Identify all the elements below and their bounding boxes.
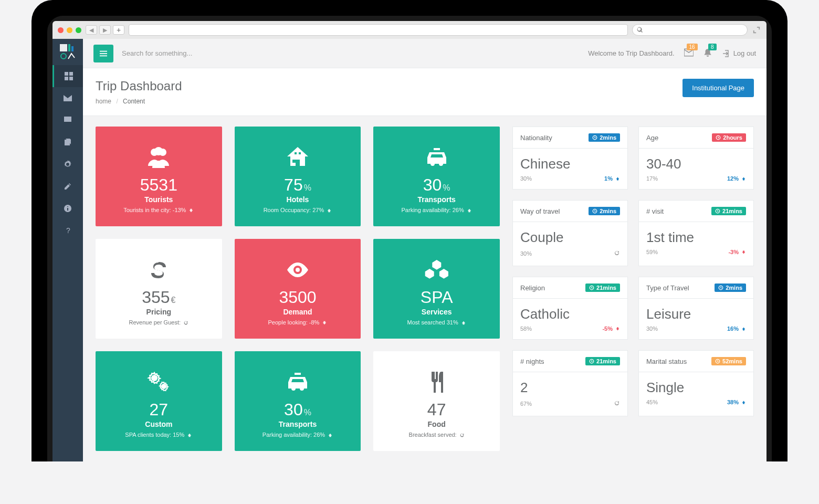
topbar: Welcome to Trip Dashboard. 16 8 Log out <box>83 39 766 68</box>
menu-toggle-button[interactable] <box>93 45 113 62</box>
tile-value: 27 <box>150 401 169 418</box>
info-pct: 17% <box>646 175 658 182</box>
tile-subtitle: People looking: -8% <box>268 319 328 326</box>
sidebar-item-monitor[interactable] <box>52 109 83 131</box>
info-value: 1st time <box>646 229 746 246</box>
tile-value: 3500 <box>279 289 316 306</box>
taxi-icon <box>424 145 449 172</box>
tile-value: 75% <box>284 176 311 193</box>
time-badge: 2mins <box>589 207 620 215</box>
tile-value: 30% <box>284 401 311 418</box>
breadcrumb: home / Content <box>96 98 182 105</box>
info-card-type-of-travel[interactable]: Type of Travel 2mins Leisure 30% 16% <box>638 277 754 340</box>
time-badge: 21mins <box>585 284 620 292</box>
mail-notifications[interactable]: 16 <box>684 48 694 59</box>
tile-value: 30% <box>423 176 450 193</box>
info-card--visit[interactable]: # visit 21mins 1st time 59% -3% <box>638 200 754 266</box>
breadcrumb-home[interactable]: home <box>96 98 111 105</box>
device-bezel: ◀ ▶ + <box>32 0 788 461</box>
back-button[interactable]: ◀ <box>86 25 97 35</box>
info-card--nights[interactable]: # nights 21mins 2 67% <box>512 350 628 416</box>
sidebar-item-help[interactable]: ? <box>52 219 83 242</box>
maximize-window-icon[interactable] <box>76 27 81 33</box>
dollar-icon <box>146 257 171 285</box>
logout-button[interactable]: Log out <box>722 49 756 58</box>
info-card-title: Nationality <box>520 134 552 142</box>
tile-value: SPA <box>421 289 453 306</box>
sidebar-item-files[interactable] <box>52 131 83 153</box>
tile-tourists[interactable]: 5531 Tourists Tourists in the city: -13% <box>96 127 222 226</box>
tile-custom[interactable]: 27 Custom SPA clients today: 15% <box>96 351 222 451</box>
info-value: 30-40 <box>646 156 746 172</box>
sidebar-item-dashboard[interactable] <box>52 65 83 87</box>
tile-transports[interactable]: 30% Transports Parking availability: 26% <box>373 127 500 226</box>
info-card-way-of-travel[interactable]: Way of travel 2mins Couple 30% <box>512 200 628 266</box>
tile-subtitle: Parking availability: 26% <box>262 432 333 438</box>
tile-label: Services <box>422 308 452 316</box>
food-icon <box>424 370 449 397</box>
close-window-icon[interactable] <box>58 27 64 33</box>
tile-value: 355€ <box>142 289 175 306</box>
tiles-grid: 5531 Tourists Tourists in the city: -13%… <box>96 127 500 451</box>
tile-hotels[interactable]: 75% Hotels Room Occupancy: 27% <box>235 127 361 226</box>
tile-subtitle: Most searched 31% <box>407 319 466 326</box>
search-input[interactable] <box>122 49 588 57</box>
tile-pricing[interactable]: 355€ Pricing Revenue per Guest: <box>96 239 222 339</box>
svg-point-3 <box>61 54 66 59</box>
svg-text:?: ? <box>66 226 70 235</box>
url-bar[interactable] <box>129 24 628 36</box>
info-card-title: Marital status <box>646 358 687 365</box>
info-pct: 30% <box>646 326 658 332</box>
info-pct: 45% <box>646 399 658 405</box>
sidebar-item-edit[interactable] <box>52 175 83 197</box>
logout-label: Log out <box>733 49 756 57</box>
institutional-page-button[interactable]: Institutional Page <box>682 79 754 97</box>
info-card-title: Religion <box>520 284 545 292</box>
browser-chrome: ◀ ▶ + <box>52 21 766 39</box>
info-card-age[interactable]: Age 2hours 30-40 17% 12% <box>638 127 754 190</box>
info-value: Leisure <box>646 306 746 322</box>
sidebar: ? <box>52 39 83 461</box>
info-card-religion[interactable]: Religion 21mins Catholic 58% -5% <box>512 277 628 340</box>
svg-rect-2 <box>71 46 74 51</box>
tile-label: Hotels <box>287 195 309 204</box>
cubes-icon <box>424 257 449 285</box>
mail-badge: 16 <box>687 44 698 50</box>
info-column: Nationality 2mins Chinese 30% 1% Age 2ho… <box>512 127 754 451</box>
browser-search[interactable] <box>632 24 748 36</box>
tile-label: Tourists <box>144 195 173 204</box>
info-pct: 67% <box>520 401 532 407</box>
info-card-nationality[interactable]: Nationality 2mins Chinese 30% 1% <box>512 127 628 190</box>
tile-label: Food <box>428 420 446 428</box>
info-value: Chinese <box>520 156 620 172</box>
sidebar-item-info[interactable] <box>52 197 83 219</box>
info-delta: -3% <box>728 249 746 255</box>
info-delta: 1% <box>604 175 620 182</box>
info-value: 2 <box>520 380 620 396</box>
minimize-window-icon[interactable] <box>67 27 72 33</box>
info-value: Couple <box>520 229 620 246</box>
refresh-icon <box>614 249 620 258</box>
time-badge: 21mins <box>711 207 746 215</box>
main: Welcome to Trip Dashboard. 16 8 Log out … <box>83 39 766 461</box>
info-delta: 16% <box>727 326 746 332</box>
sidebar-item-settings[interactable] <box>52 153 83 175</box>
info-delta: 38% <box>727 399 746 405</box>
tile-services[interactable]: SPA Services Most searched 31% <box>373 239 500 339</box>
page-header: Trip Dashboard home / Content Institutio… <box>83 68 766 116</box>
new-tab-button[interactable]: + <box>113 25 124 35</box>
tile-transports[interactable]: 30% Transports Parking availability: 26% <box>235 351 361 451</box>
tile-demand[interactable]: 3500 Demand People looking: -8% <box>235 239 361 339</box>
tile-label: Pricing <box>146 308 171 316</box>
expand-icon[interactable] <box>752 25 761 35</box>
forward-button[interactable]: ▶ <box>99 25 111 35</box>
tile-label: Transports <box>417 195 455 204</box>
breadcrumb-current: Content <box>123 98 145 105</box>
tile-food[interactable]: 47 Food Breackfast served: <box>373 351 500 451</box>
tile-subtitle: SPA clients today: 15% <box>125 432 192 438</box>
tile-subtitle: Parking availability: 26% <box>402 207 472 213</box>
info-delta: -5% <box>602 326 620 332</box>
info-card-marital-status[interactable]: Marital status 52mins Single 45% 38% <box>638 350 754 416</box>
bell-notifications[interactable]: 8 <box>703 48 712 59</box>
sidebar-item-mail[interactable] <box>52 87 83 109</box>
